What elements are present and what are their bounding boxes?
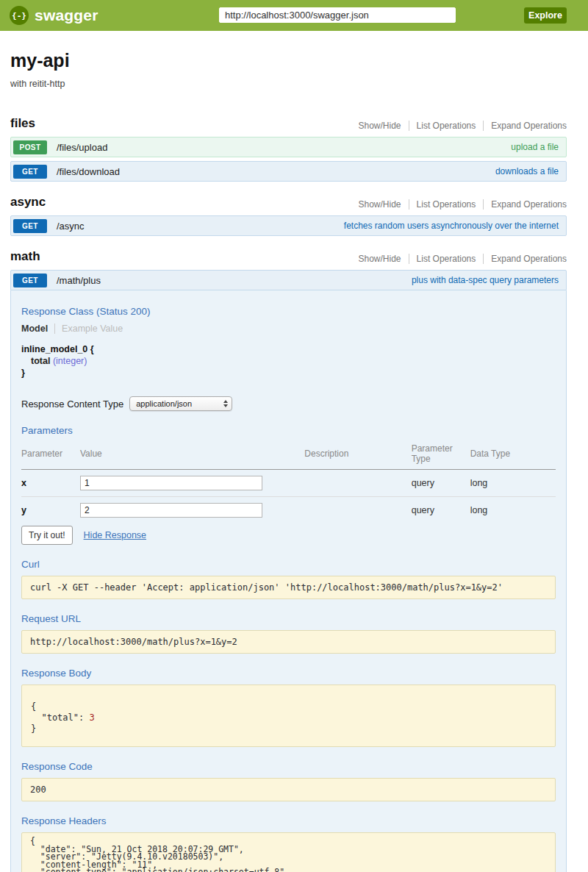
response-body-value: 3	[89, 712, 94, 723]
endpoint-row-post-files-upload[interactable]: POST /files/upload upload a file	[10, 137, 567, 157]
endpoint-path: /files/download	[57, 166, 120, 177]
model-tabs: Model Example Value	[21, 324, 556, 334]
list-operations-link[interactable]: List Operations	[409, 121, 484, 131]
spec-url-input[interactable]	[219, 7, 456, 23]
endpoint-path: /math/plus	[57, 275, 101, 286]
section-controls: Show/Hide List Operations Expand Operati…	[351, 254, 567, 264]
section-header: async Show/Hide List Operations Expand O…	[10, 195, 567, 210]
response-body-total-line: "total": 3	[31, 712, 546, 723]
tab-example-value[interactable]: Example Value	[54, 324, 123, 334]
parameter-row-y: y query long	[21, 497, 556, 524]
parameters-heading: Parameters	[21, 425, 556, 436]
expand-operations-link[interactable]: Expand Operations	[483, 254, 567, 264]
parameters-table: Parameter Value Description Parameter Ty…	[21, 440, 556, 523]
page-content: my-api with reitit-http files Show/Hide …	[0, 50, 588, 872]
model-close: }	[21, 367, 556, 379]
method-badge: GET	[13, 165, 47, 179]
response-body-close: }	[31, 723, 546, 735]
property-type: (integer)	[53, 356, 87, 366]
parameter-description	[304, 497, 411, 524]
endpoint-row-get-files-download[interactable]: GET /files/download downloads a file	[10, 161, 567, 182]
section-title-files: files	[10, 116, 35, 131]
response-code-value: 200	[30, 785, 547, 795]
section-controls: Show/Hide List Operations Expand Operati…	[351, 199, 567, 210]
endpoint-summary: plus with data-spec query parameters	[412, 275, 559, 285]
response-content-type-label: Response Content Type	[21, 399, 123, 410]
select-arrows-icon	[223, 400, 228, 407]
column-parameter-type: Parameter Type	[412, 440, 470, 470]
request-url-box: http://localhost:3000/math/plus?x=1&y=2	[21, 630, 556, 654]
expand-operations-link[interactable]: Expand Operations	[483, 199, 567, 210]
response-code-heading: Response Code	[21, 761, 556, 772]
method-badge: GET	[13, 274, 47, 287]
parameter-name: x	[21, 470, 80, 497]
hide-response-link[interactable]: Hide Response	[84, 530, 146, 540]
endpoint-summary: upload a file	[511, 142, 559, 152]
swagger-logo[interactable]: {-} swagger	[10, 6, 98, 25]
parameter-data-type: long	[470, 470, 556, 497]
show-hide-link[interactable]: Show/Hide	[351, 121, 409, 131]
section-async: async Show/Hide List Operations Expand O…	[10, 195, 567, 236]
property-name: total	[31, 356, 50, 366]
method-badge: POST	[13, 140, 47, 154]
request-url-heading: Request URL	[21, 613, 556, 624]
model-open: inline_model_0 {	[21, 343, 556, 355]
parameters-header-row: Parameter Value Description Parameter Ty…	[21, 440, 556, 470]
tab-model[interactable]: Model	[21, 324, 54, 334]
endpoint-path: /async	[57, 221, 85, 232]
api-title: my-api	[10, 50, 567, 71]
response-body-key: "total":	[31, 712, 89, 723]
response-content-type-select[interactable]: application/json	[129, 396, 232, 411]
parameter-type: query	[412, 497, 470, 524]
try-it-out-button[interactable]: Try it out!	[21, 526, 73, 545]
response-code-box: 200	[21, 778, 556, 801]
column-parameter: Parameter	[21, 440, 80, 470]
section-controls: Show/Hide List Operations Expand Operati…	[351, 121, 567, 131]
method-badge: GET	[13, 219, 47, 233]
curl-command: curl -X GET --header 'Accept: applicatio…	[30, 582, 547, 593]
section-header: files Show/Hide List Operations Expand O…	[10, 116, 567, 131]
endpoint-summary: fetches random users asynchronously over…	[344, 221, 559, 231]
section-title-math: math	[10, 249, 40, 264]
explore-button[interactable]: Explore	[524, 7, 567, 24]
response-content-type-value: application/json	[136, 399, 192, 408]
endpoint-row-get-math-plus[interactable]: GET /math/plus plus with data-spec query…	[10, 270, 567, 290]
parameter-description	[304, 470, 411, 497]
top-bar: {-} swagger Explore	[0, 0, 588, 31]
show-hide-link[interactable]: Show/Hide	[351, 199, 409, 210]
response-headers-box: { "date": "Sun, 21 Oct 2018 20:07:29 GMT…	[21, 832, 556, 872]
expand-operations-link[interactable]: Expand Operations	[483, 121, 567, 131]
response-body-box: { "total": 3 }	[21, 685, 556, 747]
column-value: Value	[80, 440, 304, 470]
api-info: my-api with reitit-http	[10, 50, 567, 89]
parameter-y-input[interactable]	[80, 503, 262, 518]
model-signature: inline_model_0 { total (integer) }	[21, 343, 556, 379]
operation-detail-panel: Response Class (Status 200) Model Exampl…	[10, 290, 567, 872]
response-class-heading: Response Class (Status 200)	[21, 306, 556, 317]
parameter-data-type: long	[470, 497, 556, 524]
curl-heading: Curl	[21, 559, 556, 570]
parameter-type: query	[412, 470, 470, 497]
endpoint-path: /files/upload	[57, 142, 107, 153]
show-hide-link[interactable]: Show/Hide	[351, 254, 409, 264]
api-description: with reitit-http	[10, 79, 567, 89]
swagger-logo-icon: {-}	[10, 6, 29, 25]
endpoint-row-get-async[interactable]: GET /async fetches random users asynchro…	[10, 215, 567, 236]
list-operations-link[interactable]: List Operations	[409, 199, 484, 210]
response-headers-heading: Response Headers	[21, 815, 556, 826]
response-headers-line: "content-type": "application/json;charse…	[30, 868, 547, 872]
curl-command-box: curl -X GET --header 'Accept: applicatio…	[21, 576, 556, 599]
section-title-async: async	[10, 195, 46, 210]
section-files: files Show/Hide List Operations Expand O…	[10, 116, 567, 182]
section-math: math Show/Hide List Operations Expand Op…	[10, 249, 567, 872]
request-url-value: http://localhost:3000/math/plus?x=1&y=2	[30, 637, 547, 647]
parameter-row-x: x query long	[21, 470, 556, 497]
column-data-type: Data Type	[470, 440, 556, 470]
parameter-x-input[interactable]	[80, 476, 262, 490]
column-description: Description	[304, 440, 411, 470]
response-body-heading: Response Body	[21, 668, 556, 679]
response-content-type-row: Response Content Type application/json	[21, 396, 556, 411]
model-property: total (integer)	[21, 355, 556, 367]
list-operations-link[interactable]: List Operations	[409, 254, 484, 264]
actions-row: Try it out! Hide Response	[21, 526, 556, 545]
